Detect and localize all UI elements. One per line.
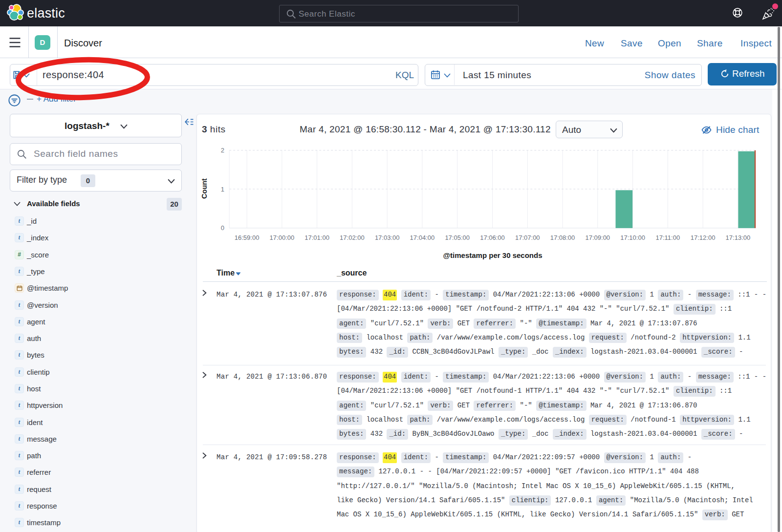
svg-text:17:00:00: 17:00:00	[270, 234, 295, 241]
svg-text:17:13:00: 17:13:00	[726, 234, 751, 241]
svg-text:17:11:00: 17:11:00	[655, 234, 680, 241]
svg-text:17:01:00: 17:01:00	[304, 234, 329, 241]
svg-text:17:04:00: 17:04:00	[410, 234, 435, 241]
svg-text:@timestamp per 30 seconds: @timestamp per 30 seconds	[443, 251, 542, 259]
svg-text:17:03:00: 17:03:00	[375, 234, 400, 241]
svg-text:17:10:00: 17:10:00	[620, 234, 645, 241]
svg-text:17:08:00: 17:08:00	[550, 234, 575, 241]
svg-text:1: 1	[221, 186, 224, 193]
svg-text:17:09:00: 17:09:00	[585, 234, 610, 241]
svg-text:17:06:00: 17:06:00	[480, 234, 505, 241]
svg-text:17:05:00: 17:05:00	[445, 234, 470, 241]
svg-text:17:02:00: 17:02:00	[340, 234, 365, 241]
svg-text:16:59:00: 16:59:00	[235, 234, 260, 241]
svg-text:17:07:00: 17:07:00	[515, 234, 540, 241]
svg-text:Count: Count	[200, 178, 208, 199]
svg-text:0: 0	[221, 224, 224, 232]
svg-text:17:12:00: 17:12:00	[691, 234, 716, 241]
svg-text:2: 2	[221, 147, 224, 154]
